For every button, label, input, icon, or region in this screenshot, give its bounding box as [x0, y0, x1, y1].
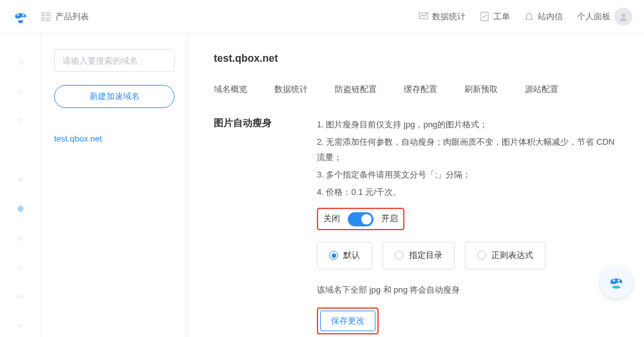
svg-rect-12 [21, 62, 23, 64]
svg-point-0 [17, 14, 19, 15]
svg-point-1 [23, 14, 24, 15]
search-input[interactable] [54, 49, 175, 72]
page-title: test.qbox.net [214, 53, 625, 64]
svg-point-9 [18, 60, 19, 61]
svg-rect-5 [47, 17, 50, 20]
section-title: 图片自动瘦身 [214, 117, 291, 129]
desc-line-3: 3. 多个指定条件请用英文分号「;」分隔； [317, 167, 625, 183]
vnav-item-4[interactable] [14, 176, 27, 183]
svg-point-11 [18, 63, 19, 64]
desc-line-4: 4. 价格：0.1 元/千次。 [317, 185, 625, 201]
desc-line-1: 1. 图片瘦身目前仅支持 jpg，png的图片格式； [317, 117, 625, 133]
radio-regex[interactable]: 正则表达式 [465, 242, 545, 269]
nav-profile-label: 个人面板 [577, 11, 611, 23]
desc-line-2: 2. 无需添加任何参数，自动瘦身；肉眼画质不变，图片体积大幅减少，节省 CDN … [317, 134, 625, 166]
tab-overview[interactable]: 域名概览 [214, 84, 247, 99]
toggle-off-label: 关闭 [323, 211, 340, 227]
apps-icon [41, 12, 50, 21]
nav-ticket-label: 工单 [493, 11, 510, 23]
save-button[interactable]: 保存更改 [320, 311, 375, 331]
tab-stats[interactable]: 数据统计 [274, 84, 308, 99]
svg-point-26 [21, 295, 22, 296]
nav-inbox-label: 站内信 [538, 11, 563, 23]
vnav-item-7[interactable] [14, 264, 27, 271]
nav-inbox[interactable]: 站内信 [524, 11, 563, 23]
radio-default[interactable]: 默认 [317, 242, 372, 269]
helper-text: 该域名下全部 jpg 和 png 将会自动瘦身 [317, 282, 625, 298]
vnav-item-6[interactable] [14, 235, 27, 242]
nav-ticket[interactable]: 工单 [480, 11, 510, 23]
nav-stats-label: 数据统计 [432, 11, 466, 23]
svg-rect-4 [42, 17, 44, 20]
vnav-item-3[interactable] [14, 118, 27, 124]
radio-regex-label: 正则表达式 [491, 248, 533, 264]
radio-directory[interactable]: 指定目录 [383, 242, 455, 269]
svg-rect-3 [47, 12, 50, 15]
save-highlight: 保存更改 [317, 307, 379, 334]
image-slim-toggle[interactable] [348, 212, 374, 226]
vnav-collapse[interactable] [14, 323, 27, 329]
vnav-item-1[interactable] [14, 59, 27, 66]
svg-point-31 [618, 279, 620, 281]
tab-cache[interactable]: 缓存配置 [404, 84, 437, 99]
new-domain-button[interactable]: 新建加速域名 [54, 85, 175, 108]
svg-point-14 [19, 91, 20, 92]
tab-origin[interactable]: 源站配置 [525, 84, 558, 99]
svg-rect-13 [18, 90, 23, 94]
nav-profile[interactable]: 个人面板 [577, 8, 632, 26]
vnav-item-8[interactable] [14, 294, 27, 300]
radio-directory-label: 指定目录 [409, 248, 442, 264]
assistant-bubble[interactable] [600, 266, 632, 298]
tab-bar: 域名概览 数据统计 防盗链配置 缓存配置 刷新预取 源站配置 [214, 84, 625, 99]
nav-stats[interactable]: 数据统计 [419, 11, 466, 23]
radio-default-label: 默认 [343, 248, 360, 264]
tab-antileech[interactable]: 防盗链配置 [335, 84, 377, 99]
sidebar-domain-item[interactable]: test.qbox.net [54, 134, 175, 143]
avatar [614, 8, 632, 26]
brand-logo[interactable] [0, 8, 41, 26]
ticket-icon [480, 12, 489, 21]
svg-rect-19 [19, 179, 21, 181]
toggle-on-label: 开启 [381, 211, 398, 227]
svg-marker-24 [20, 267, 21, 268]
assistant-icon [607, 273, 626, 292]
vnav-item-5-active[interactable] [14, 206, 27, 212]
breadcrumb[interactable]: 产品列表 [41, 11, 89, 23]
svg-rect-2 [42, 12, 44, 15]
tab-refresh[interactable]: 刷新预取 [464, 84, 498, 99]
svg-point-10 [21, 60, 22, 61]
svg-rect-21 [18, 236, 23, 241]
svg-rect-22 [19, 237, 21, 239]
toggle-highlight: 关闭 开启 [317, 208, 404, 230]
bell-icon [524, 12, 534, 21]
vnav-item-2[interactable] [14, 89, 27, 95]
svg-point-32 [612, 286, 621, 289]
breadcrumb-label: 产品列表 [55, 11, 89, 23]
chart-icon [419, 12, 428, 21]
svg-point-30 [613, 279, 615, 281]
svg-point-8 [621, 13, 625, 17]
